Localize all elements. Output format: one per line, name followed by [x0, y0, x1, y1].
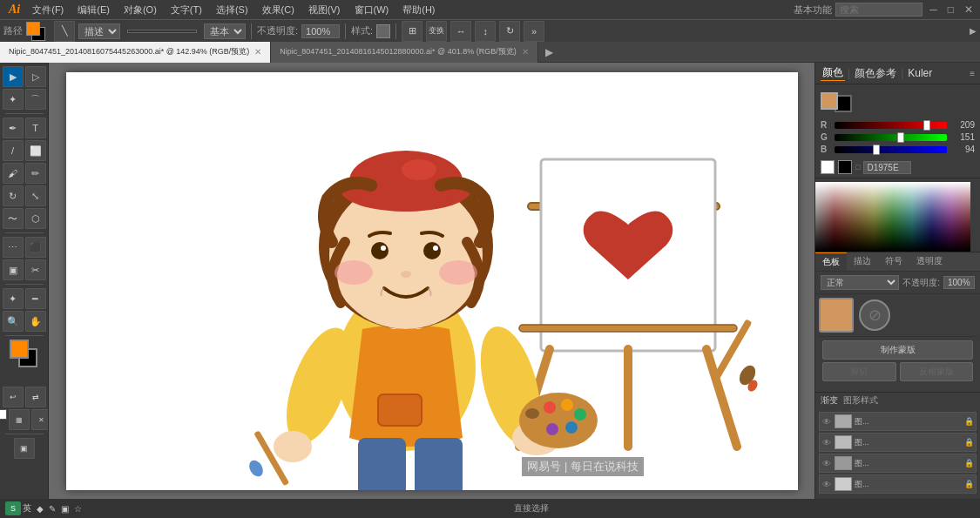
gradient-mode-btn[interactable]: ▦ — [9, 409, 30, 430]
color-panel-menu-btn[interactable]: ≡ — [970, 69, 975, 78]
menu-window[interactable]: 窗口(W) — [348, 2, 396, 18]
fg-color-swatch[interactable] — [821, 92, 838, 110]
white-swatch-mini[interactable] — [821, 160, 835, 174]
maximize-button[interactable]: □ — [944, 3, 957, 16]
stroke-style-select[interactable]: 基本 — [204, 24, 246, 39]
close-button[interactable]: ✕ — [961, 3, 977, 16]
color-tab-ref[interactable]: 颜色参考 — [853, 66, 898, 81]
free-transform-tool[interactable]: ⬡ — [25, 208, 46, 229]
layer-1-eye[interactable]: 👁 — [821, 437, 832, 447]
layer-3-lock[interactable]: 🔒 — [964, 480, 974, 488]
opacity-value-input[interactable]: 100% — [943, 276, 975, 289]
appear-no-symbol[interactable]: ⊘ — [859, 299, 890, 331]
scale-tool[interactable]: ⤡ — [25, 185, 46, 206]
foreground-color[interactable] — [10, 340, 29, 359]
type-tool[interactable]: T — [25, 118, 46, 138]
tab-transparency[interactable]: 透明度 — [909, 252, 950, 271]
tab-stroke[interactable]: 描边 — [847, 252, 878, 271]
blend-mode-select[interactable]: 正常 正片叠底 滤色 叠加 — [821, 275, 899, 290]
measure-tool[interactable]: ━ — [25, 288, 46, 309]
fill-swatch[interactable] — [26, 22, 40, 36]
menu-text[interactable]: 文字(T) — [164, 2, 209, 18]
style-swatch[interactable] — [376, 24, 390, 38]
pencil-tool[interactable]: ✏ — [25, 163, 46, 184]
tab-0[interactable]: Nipic_8047451_20140816075445263000.ai* @… — [0, 42, 271, 63]
hex-input[interactable]: D1975E — [863, 161, 911, 174]
none-mode-btn[interactable]: ✕ — [31, 409, 50, 430]
opacity-input[interactable]: 100% — [301, 24, 340, 38]
tab-1[interactable]: Nipic_8047451_20140816145012880000.ai* @… — [271, 42, 537, 63]
tab-1-close[interactable]: ✕ — [522, 47, 529, 57]
bb-tool-2[interactable]: ✎ — [49, 504, 56, 514]
b-slider-track[interactable] — [835, 146, 947, 153]
paintbrush-tool[interactable]: 🖌 — [3, 163, 24, 184]
menu-effect[interactable]: 效果(C) — [255, 2, 301, 18]
color-picker-area[interactable] — [815, 182, 970, 252]
bb-tool-4[interactable]: ☆ — [74, 504, 82, 514]
fill-mode-btn[interactable] — [0, 409, 7, 420]
pen-tool[interactable]: ✒ — [3, 118, 24, 138]
layer-0-eye[interactable]: 👁 — [821, 416, 832, 427]
rotate-tool[interactable]: ↻ — [3, 185, 24, 206]
layer-1-lock[interactable]: 🔒 — [964, 438, 974, 447]
screen-mode-btn[interactable]: ▣ — [14, 438, 35, 459]
reset-colors-btn[interactable]: ↩ — [3, 387, 24, 407]
slice-tool[interactable]: ✂ — [25, 259, 46, 280]
lasso-tool[interactable]: ⌒ — [25, 89, 46, 110]
stroke-style-btn[interactable]: ╲ — [54, 21, 75, 42]
swap-colors-btn[interactable]: ⇄ — [25, 387, 46, 407]
menu-help[interactable]: 帮助(H) — [395, 2, 442, 18]
svg-point-20 — [525, 408, 539, 419]
zoom-tool[interactable]: 🔍 — [3, 311, 24, 332]
more-btn[interactable]: » — [524, 21, 544, 42]
menu-view[interactable]: 视图(V) — [301, 2, 348, 18]
rect-tool[interactable]: ⬜ — [25, 140, 46, 161]
layer-3-eye[interactable]: 👁 — [821, 479, 832, 489]
tab-color-panel[interactable]: 色板 — [815, 252, 847, 271]
hand-tool[interactable]: ✋ — [25, 311, 46, 332]
rotate-btn[interactable]: ↻ — [499, 21, 520, 42]
clip-btn[interactable]: 剪切 — [822, 362, 896, 381]
layer-2-lock[interactable]: 🔒 — [964, 459, 974, 468]
layer-3-thumb — [835, 477, 852, 491]
color-tab-color[interactable]: 颜色 — [821, 65, 845, 81]
search-input[interactable] — [835, 3, 923, 17]
panel-collapse-btn[interactable]: ▶ — [970, 26, 977, 36]
flip-h-btn[interactable]: ↔ — [450, 21, 471, 42]
invert-btn[interactable]: 反相蒙版 — [900, 362, 974, 381]
align-btn[interactable]: ⊞ — [402, 21, 422, 42]
menu-edit[interactable]: 编辑(E) — [71, 2, 117, 18]
make-mask-btn[interactable]: 制作蒙版 — [822, 340, 973, 360]
tab-scroll-btn[interactable]: ▶ — [542, 46, 557, 58]
tab-symbol[interactable]: 符号 — [878, 252, 909, 271]
direct-select-tool[interactable]: ▷ — [25, 66, 46, 87]
bb-tool-3[interactable]: ▣ — [61, 504, 69, 514]
color-tab-kuler[interactable]: Kuler — [906, 67, 934, 79]
color-spectrum[interactable] — [815, 182, 970, 252]
symbol-tool[interactable]: ⋯ — [3, 237, 24, 258]
column-graph-tool[interactable]: ⬛ — [25, 237, 46, 258]
select-tool[interactable]: ▶ — [3, 66, 24, 87]
eyedropper-tool[interactable]: ✦ — [3, 288, 24, 309]
g-slider-track[interactable] — [835, 134, 947, 141]
magic-wand-tool[interactable]: ✦ — [3, 89, 24, 110]
input-method-label[interactable]: 英 — [23, 502, 31, 515]
menu-file[interactable]: 文件(F) — [25, 2, 71, 18]
layer-2-eye[interactable]: 👁 — [821, 458, 832, 468]
line-tool[interactable]: / — [3, 140, 24, 161]
menu-object[interactable]: 对象(O) — [117, 2, 164, 18]
layer-0-lock[interactable]: 🔒 — [964, 417, 974, 426]
tab-0-close[interactable]: ✕ — [254, 47, 261, 57]
transform-btn[interactable]: 变换 — [426, 21, 447, 42]
flip-v-btn[interactable]: ↕ — [475, 21, 496, 42]
bb-tool-1[interactable]: ◆ — [37, 504, 44, 514]
menu-select[interactable]: 选择(S) — [209, 2, 255, 18]
input-method-icon[interactable]: S — [5, 501, 21, 515]
minimize-button[interactable]: ─ — [926, 3, 941, 16]
black-swatch-mini[interactable] — [838, 160, 852, 174]
r-slider-track[interactable] — [835, 122, 947, 129]
stroke-type-select[interactable]: 描述 — [78, 24, 120, 39]
appear-main-swatch[interactable] — [819, 298, 854, 333]
artboard-tool[interactable]: ▣ — [3, 259, 24, 280]
warp-tool[interactable]: 〜 — [3, 208, 24, 229]
